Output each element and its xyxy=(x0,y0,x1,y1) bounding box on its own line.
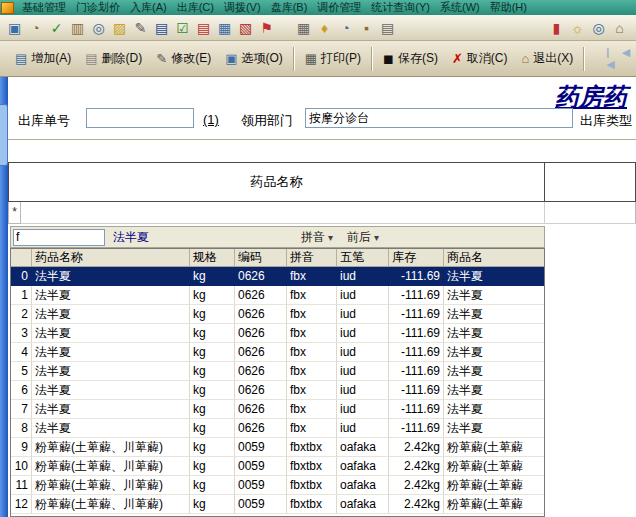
table-row[interactable]: 10粉萆薢(土萆薢、川萆薢)kg0059fbxtbxoafaka2.42kg粉萆… xyxy=(11,457,544,476)
table-row[interactable]: 5法半夏kg0626fbxiud-111.69法半夏 xyxy=(11,362,544,381)
column-header-7[interactable]: 商品名 xyxy=(444,249,545,266)
menu-item-4[interactable]: 出库(C) xyxy=(172,0,219,15)
dept-input[interactable] xyxy=(305,108,573,128)
cell-spec: kg xyxy=(190,362,235,381)
row-number: 6 xyxy=(11,381,32,400)
table-row[interactable]: 2法半夏kg0626fbxiud-111.69法半夏 xyxy=(11,305,544,324)
table-row[interactable]: 0法半夏kg0626fbxiud-111.69法半夏 xyxy=(11,267,544,286)
menu-item-1[interactable]: 基础管理 xyxy=(17,0,71,15)
column-header-1[interactable]: 药品名称 xyxy=(32,249,190,266)
cell-drug-name: 法半夏 xyxy=(32,286,190,305)
menu-item-9[interactable]: 系统(W) xyxy=(435,0,485,15)
cell-code: 0626 xyxy=(235,400,287,419)
table-row[interactable]: 9粉萆薢(土萆薢、川萆薢)kg0059fbxtbxoafaka2.42kg粉萆薢… xyxy=(11,438,544,457)
icon-group-middle: ▦♦◔▪▤ xyxy=(293,18,398,38)
lock-icon[interactable]: ▪ xyxy=(356,18,377,38)
flag-icon[interactable]: ⚑ xyxy=(256,18,277,38)
table-row[interactable]: 12粉萆薢(土萆薢、川萆薢)kg0059fbxtbxoafaka2.42kg粉萆… xyxy=(11,495,544,514)
menu-item-6[interactable]: 盘库(B) xyxy=(266,0,313,15)
nav-first-button[interactable]: |◀ xyxy=(606,46,613,71)
delete-icon: ▤ xyxy=(85,52,97,65)
cell-drug-name: 粉萆薢(土萆薢、川萆薢) xyxy=(32,476,190,495)
delete-button-label: 删除(D) xyxy=(102,50,143,67)
cell-drug-name: 法半夏 xyxy=(32,305,190,324)
order-no-input[interactable] xyxy=(86,108,194,128)
order-count-hint[interactable]: (1) xyxy=(203,112,219,127)
clock-icon[interactable]: ◔ xyxy=(25,18,46,38)
row-number: 3 xyxy=(11,324,32,343)
direction-dropdown[interactable]: 前后 ▾ xyxy=(343,229,383,246)
table-row[interactable]: 11粉萆薢(土萆薢、川萆薢)kg0059fbxtbxoafaka2.42kg粉萆… xyxy=(11,476,544,495)
table-row[interactable]: 3法半夏kg0626fbxiud-111.69法半夏 xyxy=(11,324,544,343)
entry-grid-new-row: * xyxy=(8,202,636,224)
note-icon[interactable]: ▤ xyxy=(377,18,398,38)
cell-product: 粉萆薢(土萆薢 xyxy=(444,476,545,495)
bulb-icon[interactable]: ☼ xyxy=(567,18,588,38)
pinyin-dropdown[interactable]: 拼音 ▾ xyxy=(297,229,337,246)
book-icon[interactable]: ▧ xyxy=(235,18,256,38)
save-button[interactable]: ◼保存(S) xyxy=(376,45,445,72)
grid-icon[interactable]: ▦ xyxy=(293,18,314,38)
menu-item-5[interactable]: 调拨(V) xyxy=(219,0,266,15)
card-icon[interactable]: ▥ xyxy=(67,18,88,38)
toolbar-separator xyxy=(371,47,373,71)
cell-drug-name: 法半夏 xyxy=(32,419,190,438)
main-content: 药房药 出库单号 (1) 领用部门 出库类型 药品名称 * 法半夏 拼音 ▾ 前… xyxy=(8,77,636,517)
thermometer-icon[interactable]: ▮ xyxy=(546,18,567,38)
cell-drug-name: 法半夏 xyxy=(32,362,190,381)
folder-icon[interactable]: ▨ xyxy=(109,18,130,38)
menu-item-8[interactable]: 统计查询(Y) xyxy=(366,0,435,15)
toolbar-separator xyxy=(583,47,585,71)
row-number: 10 xyxy=(11,457,32,476)
cell-pinyin: fbxtbx xyxy=(287,457,337,476)
column-header-5[interactable]: 五笔 xyxy=(337,249,389,266)
add-button[interactable]: ▤增加(A) xyxy=(8,45,78,72)
printer-icon[interactable]: ▦ xyxy=(214,18,235,38)
lookup-body: 0法半夏kg0626fbxiud-111.69法半夏1法半夏kg0626fbxi… xyxy=(11,267,544,514)
cell-pinyin: fbx xyxy=(287,419,337,438)
print-button[interactable]: ▦打印(P) xyxy=(298,45,368,72)
exit-door-icon[interactable]: ⌂ xyxy=(609,18,630,38)
column-header-4[interactable]: 拼音 xyxy=(287,249,337,266)
edit-button[interactable]: ✎修改(E) xyxy=(149,45,218,72)
table-row[interactable]: 8法半夏kg0626fbxiud-111.69法半夏 xyxy=(11,419,544,438)
row-number: 11 xyxy=(11,476,32,495)
menu-item-7[interactable]: 调价管理 xyxy=(312,0,366,15)
menu-item-3[interactable]: 入库(A) xyxy=(125,0,172,15)
cell-spec: kg xyxy=(190,419,235,438)
column-header-6[interactable]: 库存 xyxy=(389,249,444,266)
cell-code: 0626 xyxy=(235,324,287,343)
delete-button[interactable]: ▤删除(D) xyxy=(78,45,149,72)
action-buttons: ▤增加(A)▤删除(D)✎修改(E)▣选项(O)▦打印(P)◼保存(S)✗取消(… xyxy=(8,45,588,72)
nav-prev-button[interactable]: ◀ xyxy=(622,46,629,71)
table-row[interactable]: 7法半夏kg0626fbxiud-111.69法半夏 xyxy=(11,400,544,419)
table-row[interactable]: 6法半夏kg0626fbxiud-111.69法半夏 xyxy=(11,381,544,400)
column-header-3[interactable]: 编码 xyxy=(235,249,287,266)
row-number: 7 xyxy=(11,400,32,419)
cancel-button[interactable]: ✗取消(C) xyxy=(445,45,515,72)
magnifier-icon[interactable]: ◎ xyxy=(588,18,609,38)
menu-item-10[interactable]: 帮助(H) xyxy=(485,0,532,15)
exit-button[interactable]: ⌂退出(X) xyxy=(514,45,580,72)
table-row[interactable]: 1法半夏kg0626fbxiud-111.69法半夏 xyxy=(11,286,544,305)
add-button-label: 增加(A) xyxy=(31,50,71,67)
column-header-2[interactable]: 规格 xyxy=(190,249,235,266)
doc-red-icon[interactable]: ▤ xyxy=(193,18,214,38)
bell-icon[interactable]: ♦ xyxy=(314,18,335,38)
doc-blue-icon[interactable]: ▤ xyxy=(151,18,172,38)
cancel-button-label: 取消(C) xyxy=(467,50,508,67)
search-input[interactable] xyxy=(13,229,105,246)
entry-grid-cell[interactable] xyxy=(21,202,545,224)
doc-check-icon[interactable]: ☑ xyxy=(172,18,193,38)
options-button[interactable]: ▣选项(O) xyxy=(218,45,290,72)
table-row[interactable]: 4法半夏kg0626fbxiud-111.69法半夏 xyxy=(11,343,544,362)
check-icon[interactable]: ✓ xyxy=(46,18,67,38)
drug-search-panel: 法半夏 拼音 ▾ 前后 ▾ xyxy=(10,226,545,248)
docked-tab[interactable] xyxy=(0,104,8,166)
pencil-icon[interactable]: ✎ xyxy=(130,18,151,38)
find-doc-icon[interactable]: ◎ xyxy=(88,18,109,38)
window-icon[interactable]: ▣ xyxy=(4,18,25,38)
cell-product: 法半夏 xyxy=(444,400,545,419)
alarm-icon[interactable]: ◔ xyxy=(335,18,356,38)
menu-item-2[interactable]: 门诊划价 xyxy=(71,0,125,15)
